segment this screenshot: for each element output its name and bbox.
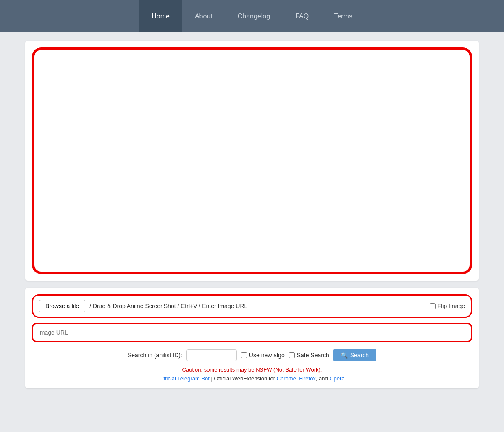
search-icon: 🔍 <box>341 352 348 359</box>
nav-changelog[interactable]: Changelog <box>225 0 283 32</box>
image-drop-zone[interactable] <box>32 47 472 274</box>
safe-search-text: Safe Search <box>297 352 329 359</box>
nav-about[interactable]: About <box>182 0 225 32</box>
main-content: Browse a file / Drag & Drop Anime Screen… <box>21 41 483 388</box>
telegram-bot-link[interactable]: Official Telegram Bot <box>159 375 209 382</box>
chrome-link[interactable]: Chrome <box>277 375 296 382</box>
nav-home[interactable]: Home <box>139 0 182 32</box>
file-row: Browse a file / Drag & Drop Anime Screen… <box>32 294 472 318</box>
and-text: , and <box>316 375 330 382</box>
flip-image-label[interactable]: Flip Image <box>430 303 465 309</box>
flip-image-checkbox[interactable] <box>430 303 436 309</box>
firefox-link[interactable]: Firefox <box>299 375 316 382</box>
search-in-label: Search in (anilist ID): <box>128 352 182 359</box>
drag-drop-text: / Drag & Drop Anime ScreenShot / Ctrl+V … <box>89 303 425 309</box>
use-new-algo-text: Use new algo <box>249 352 285 359</box>
use-new-algo-checkbox[interactable] <box>241 352 247 358</box>
controls-card: Browse a file / Drag & Drop Anime Screen… <box>25 288 479 388</box>
use-new-algo-label[interactable]: Use new algo <box>241 352 285 359</box>
main-nav: Home About Changelog FAQ Terms <box>0 0 504 32</box>
anilist-id-input[interactable] <box>186 349 237 361</box>
search-button-label: Search <box>350 352 369 359</box>
nav-faq[interactable]: FAQ <box>283 0 321 32</box>
opera-link[interactable]: Opera <box>329 375 344 382</box>
image-url-input[interactable] <box>37 326 467 339</box>
search-button[interactable]: 🔍 Search <box>333 349 376 361</box>
browse-file-button[interactable]: Browse a file <box>39 300 85 312</box>
flip-image-text: Flip Image <box>438 303 465 309</box>
links-row: Official Telegram Bot | Official WebExte… <box>32 375 472 382</box>
safe-search-label[interactable]: Safe Search <box>289 352 329 359</box>
safe-search-checkbox[interactable] <box>289 352 295 358</box>
nav-terms[interactable]: Terms <box>321 0 365 32</box>
search-row: Search in (anilist ID): Use new algo Saf… <box>32 349 472 361</box>
image-area-card <box>25 41 479 281</box>
url-input-row <box>32 323 472 342</box>
caution-text: Caution: some results may be NSFW (Not S… <box>32 367 472 373</box>
links-middle-text: | Official WebExtension for <box>211 375 277 382</box>
